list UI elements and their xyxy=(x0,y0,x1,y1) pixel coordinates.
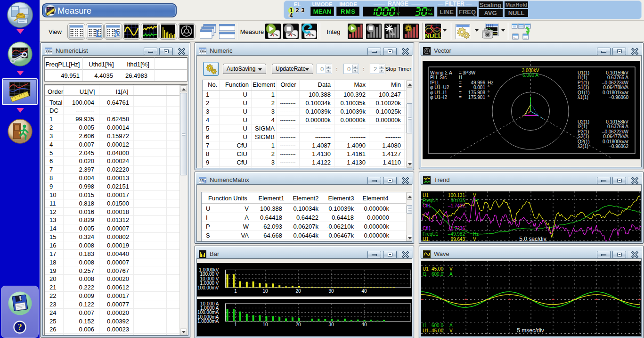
svg-text:M: M xyxy=(202,179,206,184)
svg-text:20: 20 xyxy=(295,289,301,294)
svg-text:30: 30 xyxy=(328,289,334,294)
svg-text:M: M xyxy=(114,28,120,38)
svg-text:40: 40 xyxy=(361,289,367,294)
svg-text:20: 20 xyxy=(295,322,301,327)
svg-text:List: List xyxy=(524,37,527,39)
svg-text:?: ? xyxy=(17,322,22,332)
svg-text:NULL: NULL xyxy=(425,33,441,39)
svg-text:10: 10 xyxy=(262,322,268,327)
svg-text:100.00mV: 100.00mV xyxy=(197,285,219,290)
svg-text:30: 30 xyxy=(328,322,334,327)
svg-text:1: 1 xyxy=(234,289,237,294)
svg-text:40: 40 xyxy=(361,322,367,327)
svg-text:1: 1 xyxy=(234,322,237,327)
svg-text:kV: kV xyxy=(428,8,432,11)
svg-text:L: L xyxy=(96,28,102,38)
svg-text:V: V xyxy=(397,11,399,16)
svg-text:mA: mA xyxy=(428,12,433,16)
svg-text:10: 10 xyxy=(262,289,268,294)
svg-text:Num: Num xyxy=(514,37,518,39)
svg-text:1.0000mA: 1.0000mA xyxy=(197,319,219,324)
